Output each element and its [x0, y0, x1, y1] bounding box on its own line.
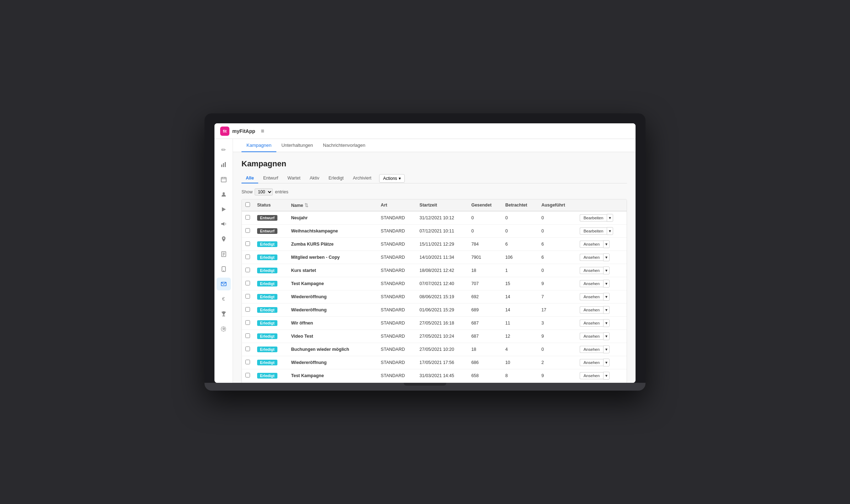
row-checkbox-4[interactable] — [245, 268, 250, 272]
filter-aktiv[interactable]: Aktiv — [306, 173, 324, 183]
tab-kampagnen[interactable]: Kampagnen — [241, 139, 276, 152]
actions-button[interactable]: Actions ▾ — [379, 174, 404, 183]
filter-entwurf[interactable]: Entwurf — [259, 173, 282, 183]
row-action-button[interactable]: Bearbeiten — [580, 227, 607, 235]
filter-archiviert[interactable]: Archiviert — [349, 173, 376, 183]
svg-rect-17 — [222, 316, 225, 316]
page-content: Kampagnen Alle Entwurf Wartet Aktiv Erle… — [233, 152, 636, 383]
campaign-art: STANDARD — [377, 304, 416, 317]
row-action-caret[interactable]: ▾ — [603, 332, 610, 340]
row-checkbox-5[interactable] — [245, 281, 250, 285]
row-action-caret[interactable]: ▾ — [603, 306, 610, 314]
select-all-checkbox[interactable] — [245, 202, 250, 207]
show-label: Show — [241, 189, 253, 194]
col-status: Status — [254, 199, 287, 211]
row-action-group: Ansehen ▾ — [580, 240, 623, 248]
row-action-group: Ansehen ▾ — [580, 267, 623, 274]
row-checkbox-3[interactable] — [245, 254, 250, 259]
sidebar-item-mail[interactable] — [217, 278, 231, 290]
logo-icon: fit — [220, 127, 229, 136]
col-name[interactable]: Name ⇅ — [287, 199, 368, 211]
campaign-betrachtet: 15 — [502, 277, 538, 290]
table-row: Erledigt Test Kampagne STANDARD 31/03/20… — [242, 369, 627, 382]
campaign-name: Test Kampagne — [287, 369, 368, 382]
row-checkbox-9[interactable] — [245, 333, 250, 338]
row-checkbox-7[interactable] — [245, 307, 250, 312]
campaign-art: STANDARD — [377, 277, 416, 290]
sidebar-item-location[interactable] — [217, 233, 231, 246]
campaign-gesendet: 7901 — [468, 251, 502, 264]
filter-erledigt[interactable]: Erledigt — [324, 173, 348, 183]
row-action-button[interactable]: Ansehen — [580, 372, 603, 379]
row-action-button[interactable]: Ansehen — [580, 359, 603, 366]
row-checkbox-12[interactable] — [245, 373, 250, 377]
row-action-button[interactable]: Ansehen — [580, 333, 603, 340]
entries-label: entries — [275, 189, 288, 194]
campaign-name: Weihnachtskampagne — [287, 225, 368, 238]
sidebar-item-trophy[interactable] — [217, 307, 231, 320]
sidebar-item-pencil[interactable]: ✏ — [217, 143, 231, 156]
row-action-button[interactable]: Ansehen — [580, 254, 603, 261]
sidebar-item-calendar[interactable] — [217, 173, 231, 186]
hamburger-menu[interactable]: ≡ — [261, 128, 264, 134]
row-action-caret[interactable]: ▾ — [603, 280, 610, 288]
row-action-caret[interactable]: ▾ — [603, 253, 610, 261]
row-action-button[interactable]: Ansehen — [580, 241, 603, 248]
row-action-caret[interactable]: ▾ — [607, 214, 613, 222]
row-action-button[interactable]: Ansehen — [580, 306, 603, 313]
table-row: Entwurf Neujahr STANDARD 31/12/2021 10:1… — [242, 211, 627, 225]
sidebar-item-document[interactable] — [217, 248, 231, 261]
campaign-name: Kurs startet — [287, 264, 368, 277]
sidebar-item-settings[interactable] — [217, 322, 231, 335]
sidebar-item-chart[interactable] — [217, 158, 231, 171]
campaign-gesendet: 692 — [468, 290, 502, 304]
status-badge: Entwurf — [257, 228, 277, 234]
row-action-caret[interactable]: ▾ — [603, 372, 610, 380]
row-checkbox-1[interactable] — [245, 228, 250, 233]
tab-nachrichtenvorlagen[interactable]: Nachrichtenvorlagen — [318, 139, 370, 152]
svg-marker-8 — [222, 207, 226, 211]
row-action-caret[interactable]: ▾ — [607, 227, 613, 235]
campaign-startzeit: 14/10/2021 11:34 — [416, 251, 468, 264]
row-checkbox-10[interactable] — [245, 347, 250, 351]
filter-wartet[interactable]: Wartet — [283, 173, 304, 183]
row-checkbox-0[interactable] — [245, 215, 250, 220]
row-checkbox-11[interactable] — [245, 360, 250, 364]
status-badge: Erledigt — [257, 333, 277, 339]
status-badge: Erledigt — [257, 373, 277, 379]
campaign-startzeit: 08/06/2021 15:19 — [416, 290, 468, 304]
row-action-button[interactable]: Ansehen — [580, 267, 603, 274]
sidebar-item-phone[interactable] — [217, 263, 231, 275]
row-action-button[interactable]: Ansehen — [580, 320, 603, 327]
main-layout: ✏ — [214, 139, 636, 383]
sort-icon: ⇅ — [304, 203, 308, 208]
row-checkbox-8[interactable] — [245, 320, 250, 325]
filter-alle[interactable]: Alle — [241, 173, 258, 183]
row-action-caret[interactable]: ▾ — [603, 267, 610, 274]
campaign-art: STANDARD — [377, 264, 416, 277]
col-empty — [368, 199, 377, 211]
row-action-button[interactable]: Ansehen — [580, 280, 603, 287]
sidebar-item-megaphone[interactable] — [217, 218, 231, 231]
row-checkbox-2[interactable] — [245, 241, 250, 246]
row-action-caret[interactable]: ▾ — [603, 240, 610, 248]
sidebar-item-play[interactable] — [217, 203, 231, 216]
status-badge: Erledigt — [257, 241, 277, 247]
tab-unterhaltungen[interactable]: Unterhaltungen — [276, 139, 318, 152]
sidebar-item-euro[interactable]: € — [217, 293, 231, 305]
row-checkbox-6[interactable] — [245, 294, 250, 299]
campaign-startzeit: 27/05/2021 16:18 — [416, 317, 468, 330]
row-action-caret[interactable]: ▾ — [603, 359, 610, 366]
row-action-button[interactable]: Ansehen — [580, 293, 603, 300]
top-bar: fit myFitApp ≡ — [214, 123, 636, 139]
row-action-caret[interactable]: ▾ — [603, 345, 610, 353]
sidebar-item-person[interactable] — [217, 188, 231, 201]
row-action-caret[interactable]: ▾ — [603, 293, 610, 301]
row-action-button[interactable]: Bearbeiten — [580, 214, 607, 221]
row-action-caret[interactable]: ▾ — [603, 319, 610, 327]
campaign-startzeit: 07/07/2021 12:40 — [416, 277, 468, 290]
screen: fit myFitApp ≡ ✏ — [214, 123, 636, 383]
row-action-group: Bearbeiten ▾ — [580, 214, 623, 222]
entries-select[interactable]: 100 10 25 50 — [255, 188, 273, 195]
row-action-button[interactable]: Ansehen — [580, 346, 603, 353]
